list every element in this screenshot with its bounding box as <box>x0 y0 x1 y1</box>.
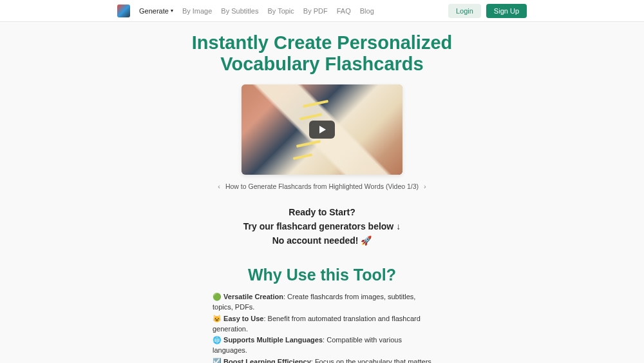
nav-generate[interactable]: Generate ▾ <box>139 7 173 15</box>
feature-icon: 😺 <box>213 315 222 322</box>
nav-by-pdf[interactable]: By PDF <box>303 7 328 15</box>
feature-item: 🟢 Versatile Creation: Create flashcards … <box>213 292 431 313</box>
video-carousel: ‹ How to Generate Flashcards from Highli… <box>0 182 644 190</box>
carousel-caption: How to Generate Flashcards from Highligh… <box>225 182 419 190</box>
header: Generate ▾ By Image By Subtitles By Topi… <box>0 0 644 22</box>
feature-bold: Easy to Use <box>223 315 263 322</box>
chevron-down-icon: ▾ <box>171 8 173 14</box>
nav-left: Generate ▾ By Image By Subtitles By Topi… <box>117 5 374 17</box>
feature-bold: Versatile Creation <box>223 293 283 300</box>
hero-title: Instantly Create Personalized Vocabulary… <box>161 32 483 75</box>
nav-by-topic[interactable]: By Topic <box>267 7 294 15</box>
cta-line-3: No account needed! 🚀 <box>0 234 644 248</box>
feature-bold: Boost Learning Efficiency <box>223 358 311 363</box>
nav-blog[interactable]: Blog <box>360 7 374 15</box>
feature-item: 😺 Easy to Use: Benefit from automated tr… <box>213 314 431 335</box>
nav-faq[interactable]: FAQ <box>337 7 351 15</box>
play-icon <box>319 126 326 133</box>
login-button[interactable]: Login <box>448 4 481 18</box>
feature-bold: Supports Multiple Languages <box>223 336 323 344</box>
logo-icon[interactable] <box>117 5 130 17</box>
carousel-next[interactable]: › <box>424 182 426 190</box>
feature-icon: 🌐 <box>213 336 222 344</box>
feature-icon: ☑️ <box>213 358 222 363</box>
feature-icon: 🟢 <box>213 293 222 300</box>
carousel-prev[interactable]: ‹ <box>218 182 220 190</box>
nav-by-image[interactable]: By Image <box>182 7 212 15</box>
nav-generate-label: Generate <box>139 7 169 15</box>
signup-button[interactable]: Sign Up <box>486 4 527 18</box>
features-list: 🟢 Versatile Creation: Create flashcards … <box>213 292 431 363</box>
main-content: Instantly Create Personalized Vocabulary… <box>0 22 644 363</box>
nav-right: Login Sign Up <box>448 4 527 18</box>
video-thumbnail[interactable] <box>242 84 402 175</box>
play-button[interactable] <box>309 121 335 139</box>
cta-block: Ready to Start? Try our flashcard genera… <box>0 206 644 248</box>
why-title: Why Use this Tool? <box>0 266 644 284</box>
feature-item: ☑️ Boost Learning Efficiency: Focus on t… <box>213 357 431 363</box>
cta-line-1: Ready to Start? <box>0 206 644 219</box>
cta-line-2: Try our flashcard generators below ↓ <box>0 220 644 233</box>
nav-by-subtitles[interactable]: By Subtitles <box>221 7 258 15</box>
feature-item: 🌐 Supports Multiple Languages: Compatibl… <box>213 335 431 356</box>
